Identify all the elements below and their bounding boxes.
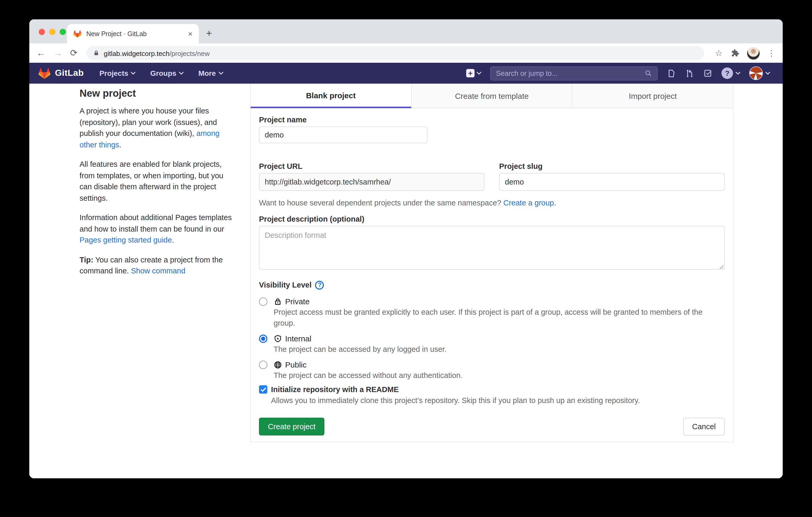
pages-guide-link[interactable]: Pages getting started guide [80,236,172,244]
url-slug-row: Project URL Project slug [259,161,725,191]
help-dropdown[interactable]: ? [722,67,740,79]
show-command-link[interactable]: Show command [131,267,185,275]
gitlab-brand[interactable]: GitLab [38,67,84,79]
project-url-input[interactable] [259,173,485,191]
visibility-level-header: Visibility Level ? [259,279,725,291]
gitlab-navbar-right: + [466,66,770,80]
shield-icon [273,334,282,343]
global-search[interactable] [490,66,658,80]
internal-option-content: Internal The project can be accessed by … [273,333,446,355]
form-actions: Create project Cancel [259,418,725,435]
chevron-down-icon [179,71,184,75]
public-radio[interactable] [259,361,267,369]
screenshot-stage: New Project · GitLab × + ← → ⟳ gitlab.wi… [0,0,812,517]
tip-label: Tip: [80,255,93,264]
lock-icon [273,297,282,306]
tab-import-project[interactable]: Import project [572,84,733,108]
internal-option-name: Internal [285,333,311,344]
back-icon[interactable]: ← [37,49,46,58]
chevron-down-icon [765,71,770,75]
cancel-button[interactable]: Cancel [683,418,725,435]
internal-option-desc: The project can be accessed by any logge… [273,344,446,355]
private-radio[interactable] [259,298,267,306]
private-option-content: Private Project access must be granted e… [273,296,725,329]
project-description-textarea[interactable] [259,226,725,270]
visibility-option-internal: Internal The project can be accessed by … [259,333,725,355]
user-dropdown[interactable] [749,66,770,80]
minimize-window-button[interactable] [49,29,55,35]
search-input[interactable] [496,69,640,77]
globe-icon [273,360,282,369]
readme-checkbox[interactable] [259,385,267,394]
internal-option-title: Internal [273,333,446,344]
public-option-title: Public [273,359,463,370]
sidebar-paragraph-1-period: . [119,140,121,149]
new-project-panel: Blank project Create from template Impor… [250,84,733,442]
public-option-content: Public The project can be accessed witho… [273,359,463,381]
visibility-help-icon[interactable]: ? [315,280,324,290]
reload-icon[interactable]: ⟳ [70,49,78,58]
tab-close-icon[interactable]: × [188,30,193,38]
gitlab-favicon-icon [73,30,82,38]
internal-radio[interactable] [259,335,267,343]
browser-tab[interactable]: New Project · GitLab × [67,24,199,43]
chevron-down-icon [219,71,223,75]
project-slug-label: Project slug [499,161,725,172]
tab-blank-project[interactable]: Blank project [251,84,411,108]
url-host: gitlab.widgetcorp.tech [104,50,170,57]
namespace-hint-text: Want to house several dependent projects… [259,199,503,207]
project-type-tabs: Blank project Create from template Impor… [251,84,733,108]
gitlab-nav-menus: Projects Groups More [99,69,223,78]
check-icon [260,387,266,392]
namespace-hint: Want to house several dependent projects… [259,197,725,209]
url-path: /projects/new [170,50,209,57]
description-wrap [259,225,725,271]
bookmark-star-icon[interactable]: ☆ [715,48,723,58]
tab-create-from-template[interactable]: Create from template [411,84,572,108]
public-option-desc: The project can be accessed without any … [273,370,463,381]
gitlab-logo-icon [38,67,51,79]
plus-icon: + [466,69,474,78]
browser-profile-avatar[interactable] [747,47,760,59]
readme-desc: Allows you to immediately clone this pro… [271,395,725,406]
project-slug-field: Project slug [499,161,725,191]
forward-icon: → [53,49,62,58]
lock-icon [93,50,100,57]
browser-toolbar: ← → ⟳ gitlab.widgetcorp.tech/projects/ne… [29,43,783,63]
nav-menu-projects[interactable]: Projects [99,69,136,78]
search-icon [645,69,652,77]
browser-tab-strip: New Project · GitLab × + [29,19,783,43]
extensions-puzzle-icon[interactable] [730,49,739,58]
create-project-button[interactable]: Create project [259,418,324,435]
address-bar[interactable]: gitlab.widgetcorp.tech/projects/new [87,46,704,60]
browser-window: New Project · GitLab × + ← → ⟳ gitlab.wi… [29,19,783,478]
visibility-level-label: Visibility Level [259,279,312,291]
chevron-down-icon [476,71,481,75]
merge-requests-icon[interactable] [685,68,694,78]
gitlab-navbar: GitLab Projects Groups More + [29,63,783,84]
project-slug-input[interactable] [499,173,725,191]
close-window-button[interactable] [39,29,45,35]
issues-icon[interactable] [667,68,676,78]
nav-menu-projects-label: Projects [99,69,128,78]
new-menu-dropdown[interactable]: + [466,69,481,78]
create-group-link[interactable]: Create a group. [503,199,556,207]
browser-menu-icon[interactable]: ⋮ [767,48,775,58]
browser-tab-title: New Project · GitLab [86,30,183,37]
project-name-input[interactable] [259,126,428,143]
zoom-window-button[interactable] [60,29,66,35]
chevron-down-icon [131,71,136,75]
blank-project-form: Project name Project URL Project slug Wa… [251,108,733,444]
nav-menu-more[interactable]: More [198,69,223,78]
sidebar-paragraph-3-period: . [172,236,174,244]
nav-menu-groups[interactable]: Groups [150,69,184,78]
readme-row: Initialize repository with a README [259,384,725,395]
sidebar-paragraph-1: A project is where you house your files … [80,105,233,151]
sidebar-paragraph-2: All features are enabled for blank proje… [80,159,233,204]
project-url-label: Project URL [259,161,485,172]
sidebar-paragraph-3: Information about additional Pages templ… [80,212,233,246]
todos-icon[interactable] [703,68,713,78]
private-option-desc: Project access must be granted explicitl… [273,307,725,329]
new-tab-button[interactable]: + [206,28,212,38]
new-project-sidebar: New project A project is where you house… [80,84,233,285]
